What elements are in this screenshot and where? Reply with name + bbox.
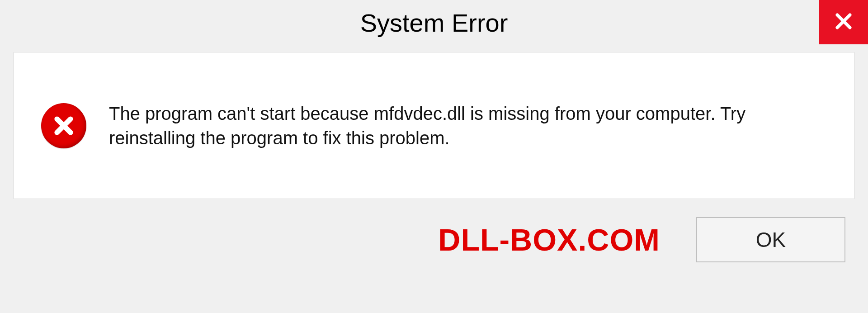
ok-button[interactable]: OK [696, 217, 845, 262]
watermark-text: DLL-BOX.COM [438, 222, 660, 257]
close-button[interactable] [819, 0, 868, 44]
message-panel: The program can't start because mfdvdec.… [14, 52, 854, 199]
dialog-title: System Error [360, 8, 508, 38]
error-message: The program can't start because mfdvdec.… [109, 101, 827, 150]
error-circle-icon [41, 103, 86, 148]
close-icon [833, 10, 854, 34]
dialog-footer: DLL-BOX.COM OK [14, 217, 854, 262]
titlebar: System Error [0, 0, 868, 52]
